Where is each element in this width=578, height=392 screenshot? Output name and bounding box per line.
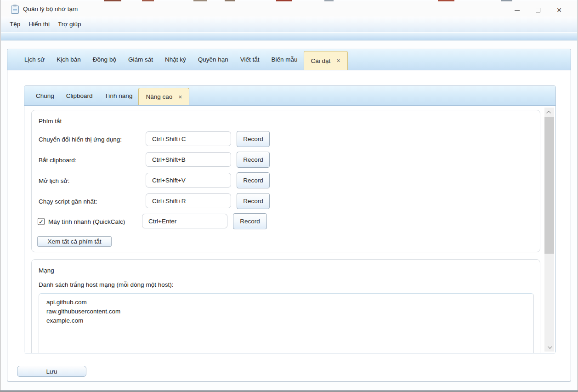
shortcut-row: Mở lịch sử: Ctrl+Shift+V Record [32, 172, 540, 188]
shortcut-label: Chạy script gần nhất: [39, 198, 97, 205]
tab-cai-dat-active[interactable]: Cài đặt × [304, 51, 348, 70]
shortcut-input[interactable]: Ctrl+Shift+R [146, 193, 231, 208]
quickcalc-label: Máy tính nhanh (QuickCalc) [48, 218, 125, 225]
tab-close-icon[interactable]: × [178, 94, 182, 100]
tab-bien-mau[interactable]: Biến mẫu [266, 49, 304, 70]
host-entry: api.github.com [46, 298, 533, 307]
tab-chung[interactable]: Chung [30, 86, 60, 105]
main-tab-strip: Lịch sử Kịch bản Đồng bộ Giám sát Nhật k… [7, 49, 571, 70]
network-group-title: Mạng [39, 267, 54, 274]
chevron-up-icon [546, 110, 551, 115]
maximize-icon [536, 8, 540, 12]
view-all-shortcuts-button[interactable]: Xem tất cả phím tắt [37, 236, 112, 247]
menu-help[interactable]: Trợ giúp [54, 19, 85, 30]
main-tab-control: Lịch sử Kịch bản Đồng bộ Giám sát Nhật k… [7, 49, 571, 382]
record-button[interactable]: Record [233, 213, 267, 229]
save-button[interactable]: Lưu [17, 366, 86, 377]
shortcuts-group-title: Phím tắt [39, 118, 62, 125]
shortcut-input[interactable]: Ctrl+Shift+V [146, 173, 231, 187]
settings-tab-control: Chung Clipboard Tính năng Nâng cao × Phí… [24, 85, 556, 353]
app-window: Quản lý bộ nhớ tạm × Tệp Hiển thị Trợ gi… [0, 0, 578, 392]
whitelist-label: Danh sách trắng host mạng (mỗi dòng một … [39, 281, 173, 288]
shortcuts-groupbox: Phím tắt Chuyển đổi hiển thị ứng dụng: C… [31, 110, 540, 252]
tab-quyen-han[interactable]: Quyền hạn [192, 49, 234, 70]
tab-nang-cao-label: Nâng cao [146, 93, 172, 100]
shortcut-label: Chuyển đổi hiển thị ứng dụng: [39, 136, 122, 142]
tab-nhat-ky[interactable]: Nhật ký [159, 49, 192, 70]
tab-clipboard[interactable]: Clipboard [60, 86, 99, 105]
host-entry: example.com [46, 316, 533, 325]
title-bar[interactable]: Quản lý bộ nhớ tạm × [1, 1, 577, 17]
record-button[interactable]: Record [237, 172, 270, 188]
scroll-down-button[interactable] [544, 342, 554, 352]
window-controls: × [506, 5, 570, 15]
window-title: Quản lý bộ nhớ tạm [23, 6, 78, 12]
minimize-button[interactable] [506, 5, 527, 15]
menu-file[interactable]: Tệp [6, 19, 24, 30]
toolbar-strip [1, 33, 577, 40]
shortcut-input[interactable]: Ctrl+Shift+B [146, 152, 231, 167]
host-whitelist-textarea[interactable]: api.github.com raw.githubusercontent.com… [39, 293, 534, 353]
shortcut-input[interactable]: Ctrl+Shift+C [146, 131, 231, 146]
quickcalc-row: ✓ Máy tính nhanh (QuickCalc) Ctrl+Enter … [32, 213, 540, 229]
host-entry: raw.githubusercontent.com [46, 307, 533, 316]
tab-lich-su[interactable]: Lịch sử [18, 49, 51, 70]
shortcut-row: Chạy script gần nhất: Ctrl+Shift+R Recor… [32, 193, 540, 209]
tab-close-icon[interactable]: × [336, 57, 340, 64]
shortcut-input[interactable]: Ctrl+Enter [142, 214, 227, 228]
quickcalc-checkbox-wrap[interactable]: ✓ Máy tính nhanh (QuickCalc) [38, 218, 125, 225]
tab-giam-sat[interactable]: Giám sát [122, 49, 159, 70]
shortcut-row: Bắt clipboard: Ctrl+Shift+B Record [32, 152, 540, 168]
window-bottom-border [0, 390, 578, 392]
settings-scroll-viewport: Phím tắt Chuyển đổi hiển thị ứng dụng: C… [24, 106, 555, 353]
checkbox-checked-icon[interactable]: ✓ [38, 218, 45, 225]
vertical-scrollbar[interactable] [544, 108, 554, 352]
menu-bar: Tệp Hiển thị Trợ giúp [1, 17, 577, 32]
clipboard-app-icon [11, 6, 19, 14]
settings-tab-strip: Chung Clipboard Tính năng Nâng cao × [24, 86, 555, 106]
minimize-icon [515, 10, 520, 11]
tab-tinh-nang[interactable]: Tính năng [99, 86, 139, 105]
tab-kich-ban[interactable]: Kịch bản [51, 49, 87, 70]
menu-view[interactable]: Hiển thị [24, 19, 54, 30]
shortcut-row: Chuyển đổi hiển thị ứng dụng: Ctrl+Shift… [32, 131, 540, 147]
maximize-button[interactable] [527, 5, 549, 15]
tab-cai-dat-label: Cài đặt [311, 57, 331, 64]
tab-dong-bo[interactable]: Đồng bộ [87, 49, 122, 70]
record-button[interactable]: Record [237, 152, 270, 168]
chevron-down-icon [548, 344, 552, 349]
tab-viet-tat[interactable]: Viết tắt [234, 49, 266, 70]
record-button[interactable]: Record [237, 131, 270, 147]
scrollbar-thumb[interactable] [544, 117, 554, 254]
record-button[interactable]: Record [237, 193, 270, 209]
close-button[interactable]: × [549, 5, 570, 15]
shortcut-label: Mở lịch sử: [39, 177, 69, 184]
scroll-up-button[interactable] [544, 108, 554, 117]
shortcut-label: Bắt clipboard: [39, 156, 77, 163]
tab-nang-cao-active[interactable]: Nâng cao × [138, 88, 189, 105]
network-groupbox: Mạng Danh sách trắng host mạng (mỗi dòng… [31, 259, 540, 353]
